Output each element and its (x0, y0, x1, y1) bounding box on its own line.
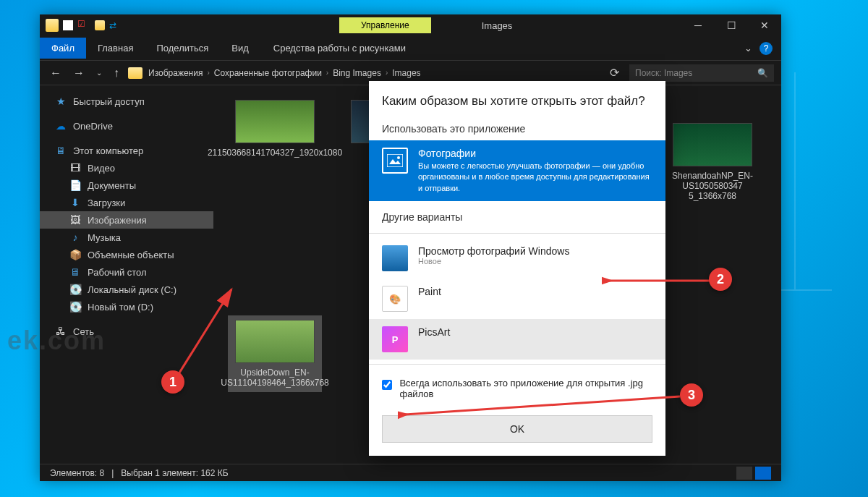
ribbon-expand-icon[interactable]: ⌄ (744, 43, 752, 54)
maximize-button[interactable]: ☐ (715, 14, 748, 36)
always-checkbox[interactable] (382, 379, 392, 391)
address-folder-icon (128, 67, 142, 79)
help-icon[interactable]: ? (760, 42, 773, 55)
up-button[interactable]: ↑ (111, 67, 122, 80)
always-use-checkbox-row[interactable]: Всегда использовать это приложение для о… (369, 369, 665, 408)
desktop-icon: 🖥 (69, 266, 82, 278)
svg-marker-1 (389, 159, 401, 164)
minimize-button[interactable]: ─ (681, 14, 715, 36)
qat-icon[interactable] (63, 20, 73, 30)
app-name: Paint (418, 286, 652, 297)
search-placeholder: Поиск: Images (635, 68, 692, 78)
pictures-icon: 🖼 (69, 214, 82, 226)
file-item[interactable]: ShenandoahNP_EN-US1050580347 5_1366x768 (665, 123, 760, 201)
divider (369, 233, 665, 234)
breadcrumb-item[interactable]: Сохраненные фотографии (214, 68, 322, 78)
ribbon-tab-view[interactable]: Вид (220, 38, 260, 59)
app-option-wpv[interactable]: Просмотр фотографий Windows Новое (369, 238, 665, 279)
photos-icon (382, 148, 408, 174)
app-option-paint[interactable]: 🎨 Paint (369, 279, 665, 319)
app-option-picsart[interactable]: P PicsArt (369, 319, 665, 360)
window-title: Images (482, 20, 513, 31)
close-button[interactable]: ✕ (748, 14, 781, 36)
star-icon: ★ (54, 95, 67, 107)
sidebar-item-drive-c[interactable]: 💽Локальный диск (C:) (40, 281, 213, 298)
address-bar[interactable]: Изображения › Сохраненные фотографии › B… (148, 68, 600, 78)
watermark: ek.com (7, 326, 106, 356)
refresh-icon[interactable]: ⟳ (605, 66, 624, 80)
sidebar-onedrive[interactable]: ☁OneDrive (40, 117, 213, 135)
sidebar-quick-access[interactable]: ★Быстрый доступ (40, 93, 213, 110)
file-menu[interactable]: Файл (40, 38, 86, 59)
cube-icon: 📦 (69, 249, 82, 260)
qat-checkbox-icon[interactable]: ☑ (77, 19, 90, 32)
video-icon: 🎞 (69, 162, 82, 174)
qat-folder-icon[interactable] (95, 20, 105, 30)
ribbon-tab-home[interactable]: Главная (86, 38, 145, 59)
back-button[interactable]: ← (47, 67, 64, 80)
sidebar-item-videos[interactable]: 🎞Видео (40, 159, 213, 177)
chevron-right-icon: › (326, 69, 328, 77)
pc-icon: 🖥 (54, 145, 67, 156)
qat-dropdown-icon[interactable]: ⇄ (109, 20, 116, 30)
svg-rect-0 (387, 154, 403, 167)
file-item[interactable]: 211503668141704327_1920x1080 (228, 100, 322, 158)
sidebar-this-pc[interactable]: 🖥Этот компьютер (40, 142, 213, 159)
navigation-pane: ★Быстрый доступ ☁OneDrive 🖥Этот компьюте… (40, 85, 213, 464)
dialog-section-other: Другие варианты (369, 205, 665, 229)
dialog-title: Каким образом вы хотите открыть этот фай… (369, 81, 665, 117)
open-with-dialog: Каким образом вы хотите открыть этот фай… (369, 81, 665, 456)
sidebar-item-music[interactable]: ♪Музыка (40, 229, 213, 246)
drive-icon: 💽 (69, 284, 82, 295)
sidebar-item-documents[interactable]: 📄Документы (40, 177, 213, 194)
sidebar-item-pictures[interactable]: 🖼Изображения (40, 211, 213, 229)
dialog-section-use: Использовать это приложение (369, 117, 665, 140)
always-label: Всегда использовать это приложение для о… (399, 378, 652, 399)
app-option-photos[interactable]: Фотографии Вы можете с легкостью улучшат… (369, 140, 665, 201)
document-icon: 📄 (69, 179, 82, 191)
cloud-icon: ☁ (54, 120, 67, 132)
view-thumbnails-button[interactable] (755, 467, 771, 480)
file-name: 211503668141704327_1920x1080 (208, 148, 342, 158)
status-divider: | (111, 468, 114, 478)
sidebar-item-desktop[interactable]: 🖥Рабочий стол (40, 263, 213, 281)
titlebar: ☑ ⇄ Управление Images ─ ☐ ✕ (40, 14, 781, 36)
breadcrumb-item[interactable]: Images (392, 68, 420, 78)
view-details-button[interactable] (736, 467, 752, 480)
file-item-selected[interactable]: UpsideDown_EN-US11104198464_1366x768 (228, 315, 322, 392)
svg-point-2 (397, 156, 400, 159)
drive-icon: 💽 (69, 301, 82, 313)
sidebar-item-downloads[interactable]: ⬇Загрузки (40, 194, 213, 211)
download-icon: ⬇ (69, 197, 82, 208)
thumbnail (673, 123, 752, 166)
divider (369, 364, 665, 365)
ribbon: Файл Главная Поделиться Вид Средства раб… (40, 36, 781, 61)
folder-icon (46, 19, 59, 32)
chevron-right-icon: › (386, 69, 388, 77)
app-name: Фотографии (418, 148, 652, 159)
music-icon: ♪ (69, 231, 82, 243)
app-new-label: Новое (418, 257, 652, 266)
status-bar: Элементов: 8 | Выбран 1 элемент: 162 КБ (40, 464, 781, 481)
callout-3: 3 (680, 383, 703, 407)
app-name: Просмотр фотографий Windows (418, 245, 652, 257)
windows-photo-viewer-icon (382, 245, 408, 271)
sidebar-item-3d-objects[interactable]: 📦Объемные объекты (40, 246, 213, 263)
thumbnail (235, 100, 315, 143)
search-input[interactable]: Поиск: Images 🔍 (629, 64, 774, 82)
paint-icon: 🎨 (382, 286, 408, 312)
recent-dropdown[interactable]: ⌄ (93, 69, 105, 77)
forward-button[interactable]: → (70, 67, 88, 80)
ribbon-tab-picture-tools[interactable]: Средства работы с рисунками (260, 38, 419, 59)
thumbnail (235, 320, 315, 363)
sidebar-item-drive-d[interactable]: 💽Новый том (D:) (40, 298, 213, 315)
status-elements: Элементов: 8 (50, 468, 104, 478)
ribbon-tab-share[interactable]: Поделиться (145, 38, 220, 59)
breadcrumb-item[interactable]: Изображения (148, 68, 203, 78)
file-name: ShenandoahNP_EN-US1050580347 5_1366x768 (665, 171, 760, 201)
breadcrumb-item[interactable]: Bing Images (333, 68, 381, 78)
callout-1: 1 (161, 370, 184, 394)
ok-button[interactable]: OK (382, 415, 652, 443)
chevron-right-icon: › (207, 69, 209, 77)
app-description: Вы можете с легкостью улучшать фотографи… (418, 161, 652, 194)
